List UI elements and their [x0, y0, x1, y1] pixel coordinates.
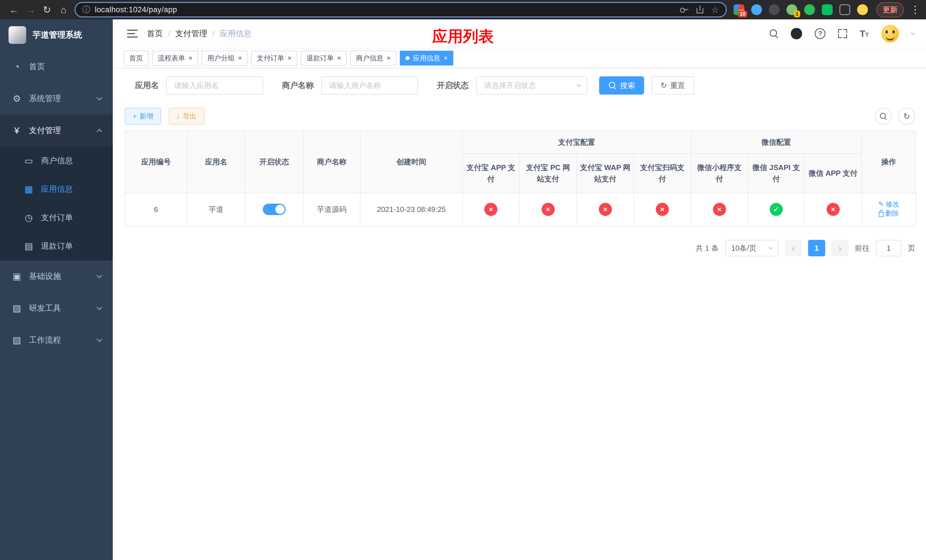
sidebar-item-payment[interactable]: ¥ 支付管理	[0, 115, 113, 147]
column-header-wechat-app: 微信 APP 支付	[804, 153, 862, 193]
refresh-icon: ↻	[661, 81, 667, 90]
question-glyph: ?	[818, 30, 822, 38]
status-select[interactable]: 请选择开启状态	[476, 76, 587, 95]
sidebar-item-app-info[interactable]: ▦ 应用信息	[0, 175, 113, 203]
export-button[interactable]: ↓ 导出	[169, 107, 204, 125]
extension-grid-icon[interactable]: 10	[734, 4, 744, 15]
reset-button[interactable]: ↻ 重置	[652, 76, 694, 95]
fullscreen-icon[interactable]	[838, 29, 847, 38]
chrome-update-button[interactable]: 更新	[876, 2, 904, 17]
sidebar-collapse-icon[interactable]	[127, 30, 138, 38]
close-icon[interactable]: ×	[238, 55, 242, 62]
breadcrumb-separator: /	[168, 29, 170, 38]
password-key-icon[interactable]	[680, 7, 688, 12]
column-header-wechat-mini: 微信小程序支付	[691, 153, 748, 193]
navbar-actions: ? TT	[770, 25, 915, 42]
column-header-wechat-jsapi: 微信 JSAPI 支付	[748, 153, 804, 193]
column-header-status: 开启状态	[245, 131, 303, 193]
merchant-name-input[interactable]	[321, 76, 418, 95]
github-icon[interactable]	[791, 28, 802, 39]
cell-wechat-app: ×	[804, 193, 862, 226]
tab-label: 首页	[129, 53, 143, 63]
close-icon[interactable]: ×	[387, 55, 391, 62]
forward-icon[interactable]: →	[22, 4, 39, 15]
disabled-status-icon: ×	[599, 203, 612, 216]
sidebar-item-pay-order[interactable]: ◷ 支付订单	[0, 203, 113, 232]
help-icon[interactable]: ?	[815, 28, 826, 39]
add-button[interactable]: + 新增	[125, 107, 161, 125]
tab-app-info[interactable]: 应用信息 ×	[400, 51, 453, 65]
chevron-down-icon[interactable]	[911, 30, 915, 35]
back-icon[interactable]: ←	[6, 4, 22, 15]
app-logo: 芋道管理系统	[0, 20, 113, 51]
search-button[interactable]: 搜索	[599, 76, 644, 95]
extension-dark-icon[interactable]	[769, 4, 780, 15]
refresh-icon: ↻	[903, 112, 910, 121]
reload-icon[interactable]: ↻	[39, 4, 55, 15]
sidebar-item-home[interactable]: ◔ 首页	[0, 51, 113, 83]
extension-drop-icon[interactable]	[751, 4, 762, 15]
disabled-status-icon: ×	[713, 203, 726, 216]
edit-button[interactable]: ✎修改	[878, 200, 899, 209]
font-size-icon[interactable]: TT	[859, 29, 869, 39]
delete-button[interactable]: 删除	[879, 209, 899, 218]
chevron-down-icon	[97, 304, 102, 310]
current-page-button[interactable]: 1	[808, 240, 825, 256]
goto-page-input[interactable]	[876, 240, 902, 256]
close-icon[interactable]: ×	[337, 55, 341, 62]
tab-process-form[interactable]: 流程表单 ×	[152, 51, 198, 65]
extension-chat-icon[interactable]	[822, 4, 832, 15]
tab-refund-order[interactable]: 退款订单 ×	[301, 51, 347, 65]
app-name-input[interactable]	[166, 76, 263, 95]
toggle-search-button[interactable]	[875, 107, 892, 125]
tab-pay-order[interactable]: 支付订单 ×	[251, 51, 297, 65]
user-avatar[interactable]	[881, 25, 899, 42]
total-count: 共 1 条	[696, 243, 719, 253]
close-icon[interactable]: ×	[189, 55, 192, 62]
close-icon[interactable]: ×	[287, 55, 292, 62]
browser-menu-icon[interactable]: ⋮	[910, 4, 920, 16]
bookmark-star-icon[interactable]: ☆	[711, 5, 719, 15]
sidebar-item-system[interactable]: ⚙ 系统管理	[0, 83, 113, 115]
sidebar-item-label: 商户信息	[41, 155, 73, 166]
sidebar-item-refund-order[interactable]: ▤ 退款订单	[0, 232, 113, 260]
status-toggle[interactable]	[263, 204, 286, 215]
site-info-icon[interactable]: ⓘ	[82, 4, 90, 15]
document-icon: ▤	[23, 241, 34, 251]
active-dot	[406, 56, 410, 60]
sidebar-item-merchant-info[interactable]: ▭ 商户信息	[0, 147, 113, 175]
share-icon[interactable]	[696, 8, 703, 14]
tab-merchant-info[interactable]: 商户信息 ×	[350, 51, 396, 65]
breadcrumb-home[interactable]: 首页	[147, 28, 163, 39]
close-icon[interactable]: ×	[443, 55, 448, 62]
tags-view-bar: 首页 流程表单 × 用户分组 × 支付订单 × 退款订单 ×	[113, 48, 926, 68]
extensions-puzzle-icon[interactable]	[840, 4, 850, 15]
refresh-table-button[interactable]: ↻	[898, 107, 915, 125]
extension-badge: 1	[794, 11, 800, 17]
cell-app-id: 6	[125, 193, 187, 226]
browser-home-icon[interactable]: ⌂	[55, 4, 72, 15]
tab-user-group[interactable]: 用户分组 ×	[201, 51, 248, 65]
prev-page-button[interactable]: ‹	[785, 240, 802, 256]
extension-face-icon[interactable]	[857, 4, 868, 15]
cell-wechat-jsapi: ✓	[748, 193, 804, 226]
sidebar-item-label: 系统管理	[29, 93, 61, 104]
disabled-status-icon: ×	[484, 203, 498, 216]
sidebar-item-workflow[interactable]: ▧ 工作流程	[0, 324, 113, 356]
url-bar[interactable]: ⓘ localhost:1024/pay/app ☆	[75, 2, 727, 17]
chevron-down-icon	[97, 272, 102, 278]
sidebar-item-dev-tools[interactable]: ▨ 研发工具	[0, 292, 113, 324]
page-unit-label: 页	[908, 243, 915, 253]
search-icon	[609, 82, 616, 89]
search-icon[interactable]	[770, 29, 778, 38]
extension-camera-icon[interactable]	[804, 4, 815, 15]
url-text[interactable]: localhost:1024/pay/app	[95, 5, 675, 14]
edit-icon: ✎	[878, 200, 884, 208]
page-size-select[interactable]: 10条/页	[725, 240, 779, 256]
sidebar-item-infrastructure[interactable]: ▣ 基础设施	[0, 260, 113, 292]
extension-avatar-icon[interactable]: 1	[787, 4, 797, 15]
tab-home[interactable]: 首页	[124, 51, 149, 65]
chevron-down-icon	[576, 82, 581, 87]
breadcrumb-payment[interactable]: 支付管理	[176, 28, 207, 39]
next-page-button[interactable]: ›	[831, 240, 849, 256]
